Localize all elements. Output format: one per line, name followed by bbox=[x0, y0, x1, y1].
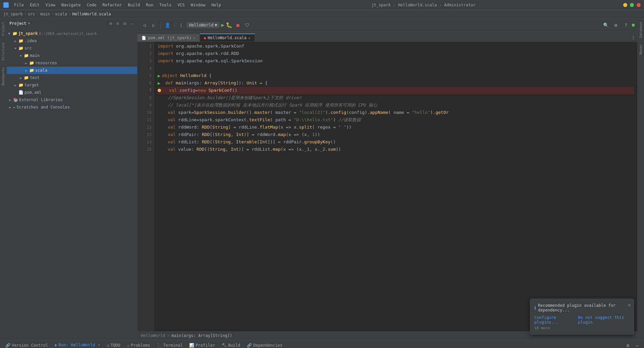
toolbar-separator bbox=[160, 22, 161, 28]
settings-icon[interactable]: ⚙ bbox=[122, 21, 127, 26]
person-icon[interactable]: 👤 bbox=[163, 21, 171, 29]
menu-run[interactable]: Run bbox=[143, 2, 156, 8]
code-content[interactable]: import org.apache.spark.SparkConf import… bbox=[154, 42, 637, 331]
bottom-tab-dependencies[interactable]: 🔗 Dependencies bbox=[244, 342, 285, 348]
code-editor: 1 2 3 4 5 6 7 8 9 10 11 12 13 14 15 impo… bbox=[138, 42, 637, 331]
line-12: 12 bbox=[138, 124, 152, 131]
profiler-tab-label: Profiler bbox=[196, 343, 215, 348]
tree-item-src[interactable]: ▼ 📁 src bbox=[7, 45, 137, 52]
close-button[interactable] bbox=[637, 3, 641, 7]
dismiss-link[interactable]: Do not suggest this plugin bbox=[578, 315, 630, 325]
bottom-tab-terminal[interactable]: ⬛ Terminal bbox=[154, 342, 185, 348]
tree-item-root[interactable]: ▼ 📁 jt_spark D:\IDEA_workplace\jt_spark bbox=[7, 30, 137, 37]
more-tabs-icon[interactable]: ⋮ bbox=[629, 33, 637, 42]
project-dropdown-icon[interactable]: ▼ bbox=[28, 21, 30, 25]
pom-tab-icon: 📄 bbox=[142, 36, 146, 40]
hide-panel-icon[interactable]: — bbox=[129, 21, 135, 26]
profiler-tab-icon: 📊 bbox=[189, 343, 194, 348]
menu-view[interactable]: View bbox=[43, 2, 58, 8]
title-bar: File Edit View Navigate Code Refactor Bu… bbox=[0, 0, 644, 10]
tree-item-idea[interactable]: ▶ 📁 .idea bbox=[7, 37, 137, 45]
helloworld-tab-close[interactable]: ✕ bbox=[248, 36, 251, 40]
structure-side-icon[interactable]: Structure bbox=[1, 43, 5, 61]
bottom-tab-version-control[interactable]: 🔗 Version Control bbox=[3, 342, 51, 348]
configure-plugins-link[interactable]: Configure plugins... bbox=[534, 315, 574, 325]
settings-toolbar-icon[interactable]: ⚙ bbox=[612, 21, 620, 29]
forward-icon[interactable]: ▷ bbox=[150, 21, 158, 29]
menu-vcs[interactable]: VCS bbox=[175, 2, 187, 8]
tab-pom-xml[interactable]: 📄 pom.xml (jt_spark) ✕ bbox=[138, 34, 200, 42]
settings-panel-icon[interactable]: ⚙ bbox=[624, 341, 632, 348]
search-everywhere-icon[interactable]: 🔍 bbox=[602, 21, 610, 29]
tree-item-test[interactable]: ▶ 📁 test bbox=[7, 74, 137, 81]
pom-tab-close[interactable]: ✕ bbox=[193, 36, 196, 40]
tab-helloworld[interactable]: ● HelloWorld.scala ✕ bbox=[200, 33, 255, 42]
line-1: 1 bbox=[138, 43, 152, 50]
menu-code[interactable]: Code bbox=[84, 2, 99, 8]
tree-item-scala[interactable]: ▶ 📁 scala bbox=[7, 67, 137, 74]
menu-tools[interactable]: Tools bbox=[157, 2, 174, 8]
dependencies-tab-icon: 🔗 bbox=[247, 343, 252, 348]
right-panel-icons: Database Maven bbox=[637, 18, 644, 340]
menu-refactor[interactable]: Refactor bbox=[100, 2, 124, 8]
build-tab-icon: 🔨 bbox=[222, 343, 227, 348]
notification-more[interactable]: 10 more bbox=[534, 326, 630, 330]
bottom-tab-build[interactable]: 🔨 Build bbox=[219, 342, 243, 348]
breadcrumb: jt_spark › src › main › scala › HelloWor… bbox=[0, 10, 644, 18]
bottom-tab-todo[interactable]: ☑ TODO bbox=[104, 342, 123, 348]
code-line-9: // local[*]表示在处理数据的时候 在本地以并行模式运行 Spark 应… bbox=[158, 101, 634, 109]
editor-bc-fn[interactable]: main(args: Array[String]) bbox=[171, 333, 232, 338]
collapse-icon[interactable]: ≡ bbox=[115, 21, 120, 26]
bottom-tab-run[interactable]: ▶ Run: HelloWorld ✕ bbox=[52, 342, 103, 348]
run-tab-close[interactable]: ✕ bbox=[98, 343, 100, 347]
bc-src[interactable]: src bbox=[28, 12, 35, 16]
run-config-dropdown-icon[interactable]: ▼ bbox=[215, 23, 217, 27]
notification-close-icon[interactable]: ✕ bbox=[628, 302, 631, 308]
sync-icon[interactable]: ⊕ bbox=[108, 21, 113, 26]
menu-file[interactable]: File bbox=[11, 2, 26, 8]
build-tab-label: Build bbox=[228, 343, 240, 348]
project-side-icon[interactable]: Project bbox=[1, 22, 5, 36]
editor-bc-sep: › bbox=[167, 333, 169, 338]
menu-help[interactable]: Help bbox=[209, 2, 224, 8]
bottom-tab-profiler[interactable]: 📊 Profiler bbox=[186, 342, 218, 348]
window-controls bbox=[623, 3, 641, 7]
maven-side-icon[interactable]: Maven bbox=[639, 45, 643, 55]
coverage-button[interactable]: 🛡 bbox=[243, 21, 251, 29]
bc-file[interactable]: HelloWorld.scala bbox=[72, 12, 111, 16]
hide-bottom-panel-icon[interactable]: — bbox=[633, 341, 641, 348]
menu-build[interactable]: Build bbox=[125, 2, 143, 8]
code-line-5: ▶ object HelloWorld { bbox=[158, 72, 634, 79]
editor-bc-file[interactable]: HelloWorld bbox=[141, 333, 165, 338]
nav-left-icon[interactable]: ⟨ bbox=[177, 21, 185, 29]
menu-navigate[interactable]: Navigate bbox=[59, 2, 84, 8]
bc-scala[interactable]: scala bbox=[55, 12, 67, 16]
bc-project[interactable]: jt_spark bbox=[3, 12, 23, 16]
tree-item-pom[interactable]: ▶ 📄 pom.xml bbox=[7, 89, 137, 96]
tree-item-main[interactable]: ▼ 📁 main bbox=[7, 52, 137, 59]
menu-window[interactable]: Window bbox=[188, 2, 208, 8]
bc-main[interactable]: main bbox=[40, 12, 50, 16]
bottom-tab-problems[interactable]: ⚠ Problems bbox=[124, 342, 153, 348]
vc-tab-icon: 🔗 bbox=[5, 343, 10, 348]
maximize-button[interactable] bbox=[630, 3, 634, 7]
database-side-icon[interactable]: Database bbox=[639, 22, 643, 38]
tree-item-target[interactable]: ▶ 📁 target bbox=[7, 81, 137, 89]
debug-button[interactable]: 🐛 bbox=[226, 22, 232, 28]
bookmarks-side-icon[interactable]: Bookmarks bbox=[1, 67, 5, 85]
line-11: 11 bbox=[138, 116, 152, 124]
run-button[interactable]: ▶ bbox=[221, 22, 224, 28]
stop-button[interactable]: ■ bbox=[234, 21, 242, 29]
tree-item-external-libraries[interactable]: ▶ 📚 External Libraries bbox=[7, 96, 137, 103]
tree-item-scratches[interactable]: ▶ ✏ Scratches and Consoles bbox=[7, 103, 137, 111]
line-5: 5 bbox=[138, 72, 152, 79]
menu-edit[interactable]: Edit bbox=[27, 2, 42, 8]
run-configuration[interactable]: HelloWorld ▼ bbox=[186, 22, 220, 28]
code-line-13: val rddPair: RDD[(String, Int)] = rddWor… bbox=[158, 131, 634, 138]
minimize-button[interactable] bbox=[623, 3, 627, 7]
tree-item-resources[interactable]: ▶ 📁 resources bbox=[7, 59, 137, 67]
help-icon[interactable]: ? bbox=[622, 21, 630, 29]
back-icon[interactable]: ◁ bbox=[140, 21, 148, 29]
notification-popup: ℹ Recommended plugin available for depen… bbox=[530, 299, 634, 335]
line-7: 7 bbox=[138, 87, 152, 94]
